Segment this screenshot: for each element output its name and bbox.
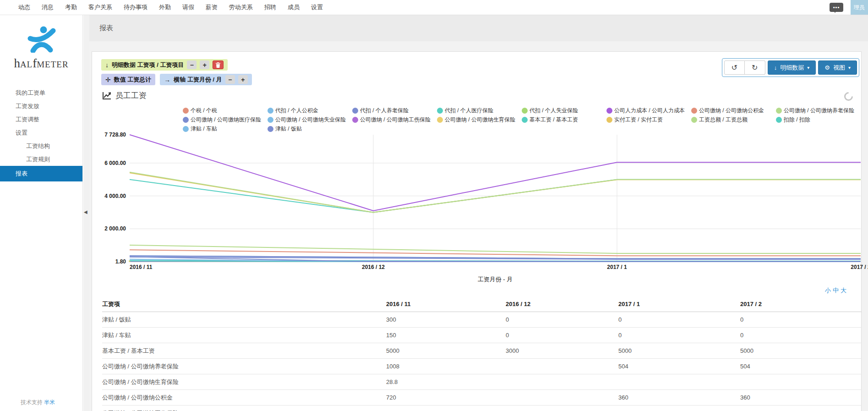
chat-bubble-icon[interactable]: •••	[830, 3, 843, 12]
nav-item[interactable]: 薪资	[206, 3, 218, 11]
nav-item[interactable]: 招聘	[264, 3, 276, 11]
legend-label: 公司缴纳 / 公司缴纳失业保险	[275, 116, 346, 124]
table-header-row: 工资项2016 / 112016 / 122017 / 12017 / 2	[102, 296, 862, 312]
undo-icon: ↺	[732, 63, 737, 72]
legend-item[interactable]: 公司缴纳 / 公司缴纳公积金	[691, 106, 776, 115]
legend-label: 代扣 / 个人失业保险	[530, 107, 578, 115]
legend-item[interactable]: 代扣 / 个人医疗保险	[437, 106, 522, 115]
legend-item[interactable]: 公司缴纳 / 公司缴纳工伤保险	[352, 115, 437, 124]
table-cell-item: 津贴 / 车贴	[102, 331, 386, 340]
pivot-row-detail: ↓ 明细数据 工资项 / 工资项目 − +	[101, 59, 252, 71]
legend-item[interactable]: 公司人力成本 / 公司人力成本	[606, 106, 691, 115]
nav-item[interactable]: 待办事项	[124, 3, 147, 11]
sidebar-item[interactable]: 报表	[0, 166, 82, 181]
y-axis-label: 1.80	[90, 258, 126, 265]
axis-plus-button[interactable]: +	[238, 75, 248, 84]
table-cell-value: 28.8	[386, 378, 506, 385]
axis-tag[interactable]: → 横轴 工资月份 / 月 − +	[160, 74, 251, 85]
value-tag[interactable]: ✛ 数值 工资总计	[101, 74, 155, 85]
legend-label: 公司缴纳 / 公司缴纳生育保险	[445, 116, 515, 124]
table-cell-item: 基本工资 / 基本工资	[102, 347, 386, 355]
detail-data-dropdown-button[interactable]: ↓ 明细数据 ▾	[768, 60, 816, 75]
legend-item[interactable]: 代扣 / 个人养老保险	[352, 106, 437, 115]
sidebar-item[interactable]: 工资规则	[0, 153, 82, 166]
legend-dot-icon	[606, 108, 612, 114]
collapse-sidebar-icon[interactable]: ◀	[84, 209, 87, 214]
legend-item[interactable]: 实付工资 / 实付工资	[606, 115, 691, 124]
table-cell-value: 150	[386, 332, 506, 339]
table-cell-value: 0	[740, 332, 862, 339]
legend-dot-icon	[183, 117, 189, 123]
app-screen: 动态消息考勤客户关系待办事项外勤请假薪资劳动关系招聘成员设置 ••• 理员 hA…	[0, 0, 868, 411]
nav-item[interactable]: 设置	[311, 3, 323, 11]
font-size-links: 小中大	[825, 286, 846, 295]
legend-item[interactable]: 代扣 / 个人失业保险	[522, 106, 606, 115]
nav-item[interactable]: 考勤	[65, 3, 77, 11]
legend-label: 公司缴纳 / 公司缴纳公积金	[699, 107, 764, 115]
table-cell-value: 5000	[386, 347, 506, 354]
detail-plus-button[interactable]: +	[200, 60, 209, 69]
sidebar-item[interactable]: 我的工资单	[0, 86, 82, 99]
legend-label: 公司缴纳 / 公司缴纳医疗保险	[191, 116, 261, 124]
view-dropdown-button[interactable]: ⚙ 视图 ▾	[818, 60, 857, 75]
table-row: 津贴 / 车贴150000	[102, 328, 862, 343]
font-size-link[interactable]: 中	[833, 286, 839, 295]
nav-item[interactable]: 动态	[18, 3, 30, 11]
legend-item[interactable]: 津贴 / 车贴	[183, 124, 267, 133]
redo-button[interactable]: ↻	[745, 60, 765, 75]
gear-icon: ⚙	[824, 64, 830, 71]
legend-item[interactable]: 津贴 / 饭贴	[267, 124, 352, 133]
nav-item[interactable]: 客户关系	[88, 3, 112, 11]
nav-item[interactable]: 请假	[182, 3, 194, 11]
legend-label: 代扣 / 个人公积金	[275, 107, 318, 115]
x-axis-label: 2017 / 2	[851, 264, 868, 270]
avatar[interactable]: 理员	[851, 0, 868, 15]
detail-minus-button[interactable]: −	[187, 60, 197, 69]
undo-button[interactable]: ↺	[724, 60, 745, 75]
font-size-link[interactable]: 小	[825, 286, 831, 295]
legend-item[interactable]: 代扣 / 个人公积金	[267, 106, 352, 115]
down-arrow-icon: ↓	[105, 61, 109, 69]
table-cell-value: 504	[740, 363, 862, 370]
table-cell-value: 360	[740, 394, 862, 401]
table-row: 基本工资 / 基本工资5000300050005000	[102, 343, 862, 359]
font-size-link[interactable]: 大	[841, 286, 846, 295]
nav-item[interactable]: 劳动关系	[229, 3, 253, 11]
nav-item[interactable]: 消息	[42, 3, 54, 11]
legend-item[interactable]: 工资总额 / 工资总额	[691, 115, 776, 124]
nav-item[interactable]: 外勤	[159, 3, 171, 11]
detail-data-tag[interactable]: ↓ 明细数据 工资项 / 工资项目 − +	[101, 59, 228, 71]
legend-item[interactable]: 公司缴纳 / 公司缴纳失业保险	[267, 115, 352, 124]
sidebar-item[interactable]: 工资调整	[0, 113, 82, 126]
x-axis-label: 2016 / 12	[362, 264, 385, 270]
legend-item[interactable]: 个税 / 个税	[183, 106, 267, 115]
sidebar-item[interactable]: 工资结构	[0, 139, 82, 153]
sidebar-item[interactable]: 设置	[0, 126, 82, 139]
table-cell-value: 300	[386, 316, 506, 323]
main-area: 报表 ↓ 明细数据 工资项 / 工资项目 − +	[89, 15, 868, 411]
loading-spinner-icon	[842, 90, 855, 103]
chart-title: 员工工资	[115, 90, 147, 101]
legend-dot-icon	[183, 108, 189, 114]
legend-item[interactable]: 公司缴纳 / 公司缴纳生育保险	[437, 115, 522, 124]
table-cell-item: 公司缴纳 / 公司缴纳养老保险	[102, 362, 386, 371]
sidebar-item[interactable]: 工资发放	[0, 99, 82, 113]
table-cell-value: 504	[618, 363, 740, 370]
table-cell-value: 0	[506, 332, 618, 339]
legend-item[interactable]: 扣除 / 扣除	[776, 115, 861, 124]
trash-button[interactable]	[213, 60, 224, 69]
detail-dropdown-label: 明细数据	[780, 64, 804, 72]
legend-dot-icon	[352, 117, 358, 123]
table-cell-value: 0	[618, 332, 740, 339]
nav-item[interactable]: 成员	[288, 3, 300, 11]
support-label: 技术支持	[21, 399, 43, 406]
legend-label: 津贴 / 饭贴	[275, 125, 302, 133]
legend-item[interactable]: 公司缴纳 / 公司缴纳医疗保险	[183, 115, 267, 124]
table-cell-item: 公司缴纳 / 公司缴纳生育保险	[102, 378, 386, 386]
pivot-row-value-axis: ✛ 数值 工资总计 → 横轴 工资月份 / 月 − +	[101, 74, 252, 85]
legend-label: 工资总额 / 工资总额	[699, 116, 748, 124]
brand-link[interactable]: 半米	[44, 399, 55, 406]
axis-minus-button[interactable]: −	[225, 75, 235, 84]
legend-item[interactable]: 基本工资 / 基本工资	[522, 115, 606, 124]
legend-item[interactable]: 公司缴纳 / 公司缴纳养老保险	[776, 106, 861, 115]
